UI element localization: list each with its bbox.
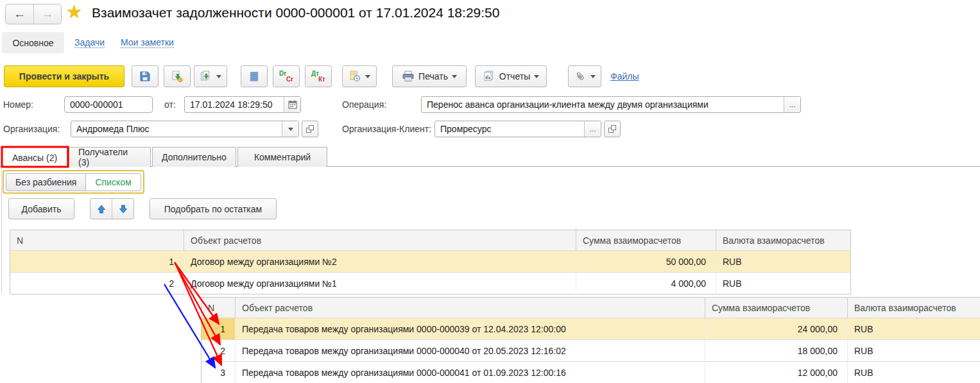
cell-object[interactable]: Договор между организациями №2 <box>184 251 576 272</box>
column-header: Сумма взаиморасчетов <box>576 230 716 250</box>
print-button[interactable]: Печать <box>392 65 467 87</box>
history-nav: ← → <box>5 4 62 24</box>
post-document-button[interactable] <box>164 65 191 87</box>
back-button[interactable]: ← <box>6 4 33 24</box>
post-and-close-button[interactable]: Провести и закрыть <box>4 65 125 87</box>
advances-table-header: N Объект расчетов Сумма взаиморасчетов В… <box>10 230 850 250</box>
cell-object[interactable]: Передача товаров между организациями 000… <box>236 318 705 339</box>
table-row[interactable]: 1 Договор между организациями №2 50 000,… <box>10 250 850 272</box>
column-header: N <box>202 298 236 318</box>
advances-table: N Объект расчетов Сумма взаиморасчетов В… <box>10 230 851 294</box>
cell-n[interactable]: 2 <box>202 340 236 361</box>
table-row[interactable]: 1 Передача товаров между организациями 0… <box>202 318 980 339</box>
post-document-icon <box>171 70 184 83</box>
client-input[interactable]: Промресурс ... <box>434 121 601 137</box>
operation-label: Операция: <box>342 99 386 110</box>
cell-currency[interactable]: RUB <box>716 273 850 294</box>
client-label: Организация-Клиент: <box>342 124 431 134</box>
cell-amount[interactable]: 50 000,00 <box>576 251 716 272</box>
toggle-no-split[interactable]: Без разбиения <box>6 173 86 191</box>
documents-table: N Объект расчетов Сумма взаиморасчетов В… <box>201 297 980 383</box>
nav-link-tasks[interactable]: Задачи <box>74 37 105 48</box>
organization-dropdown-button[interactable] <box>282 121 298 137</box>
documents-table-header: N Объект расчетов Сумма взаиморасчетов В… <box>202 298 980 318</box>
document-window: ← → ★ Взаимозачет задолженности 0000-000… <box>0 0 980 383</box>
tab-recipients[interactable]: Получатели (3) <box>69 147 151 167</box>
doc-tabstrip: Авансы (2) Получатели (3) Дополнительно … <box>0 146 980 167</box>
save-button[interactable] <box>132 65 159 87</box>
ellipsis-icon: ... <box>589 124 596 133</box>
operation-input[interactable]: Перенос аванса организации-клиента между… <box>421 96 801 113</box>
nav-tab-main[interactable]: Основное <box>2 32 64 53</box>
cell-currency[interactable]: RUB <box>848 318 980 339</box>
register-records-button[interactable] <box>241 65 268 87</box>
attachments-button[interactable] <box>568 65 601 87</box>
client-choose-button[interactable]: ... <box>584 121 601 137</box>
back-arrow-icon: ← <box>13 7 26 21</box>
table-row[interactable]: 2 Передача товаров между организациями 0… <box>202 339 980 361</box>
number-label: Номер: <box>3 99 33 110</box>
organization-value: Андромеда Плюс <box>71 121 282 137</box>
paperclip-icon <box>574 70 587 83</box>
cell-currency[interactable]: RUB <box>848 340 980 361</box>
post-menu-button[interactable] <box>194 65 227 87</box>
open-window-icon <box>608 124 617 133</box>
operation-value: Перенос аванса организации-клиента между… <box>422 97 784 112</box>
cell-n[interactable]: 3 <box>202 362 236 383</box>
cell-currency[interactable]: RUB <box>848 362 980 383</box>
reports-button[interactable]: Отчеты <box>475 65 547 87</box>
dtkt-icon: ДтКт <box>311 70 325 83</box>
arrow-up-icon <box>96 204 107 214</box>
copy-post-icon <box>200 70 212 83</box>
add-button[interactable]: Добавить <box>8 198 74 219</box>
client-open-button[interactable] <box>604 121 621 137</box>
report-icon <box>483 70 495 83</box>
schedule-menu-button[interactable] <box>342 65 377 87</box>
cell-amount[interactable]: 4 000,00 <box>576 273 716 294</box>
cell-amount[interactable]: 24 000,00 <box>705 318 848 339</box>
register-list-icon <box>248 71 260 82</box>
forward-button[interactable]: → <box>33 4 61 24</box>
forward-arrow-icon: → <box>42 7 54 21</box>
column-header: Объект расчетов <box>236 298 705 318</box>
cell-currency[interactable]: RUB <box>716 251 850 272</box>
favorite-star-icon[interactable]: ★ <box>66 1 82 22</box>
arrow-down-icon <box>118 204 128 214</box>
column-header: Сумма взаиморасчетов <box>705 298 848 318</box>
cell-object[interactable]: Договор между организациями №1 <box>184 273 576 294</box>
number-input[interactable]: 0000-000001 <box>64 96 153 113</box>
cell-object[interactable]: Передача товаров между организациями 000… <box>236 340 705 361</box>
chevron-down-icon <box>452 75 457 78</box>
nav-link-notes[interactable]: Мои заметки <box>121 37 174 48</box>
drcr-button[interactable]: DrCr <box>273 65 300 87</box>
files-link[interactable]: Файлы <box>610 71 639 81</box>
move-up-button[interactable] <box>90 199 112 219</box>
dtkt-button[interactable]: ДтКт <box>305 65 332 87</box>
pick-by-balance-button[interactable]: Подобрать по остаткам <box>150 198 277 219</box>
table-row[interactable]: 3 Передача товаров между организациями 0… <box>202 361 980 383</box>
toggle-as-list[interactable]: Списком <box>85 173 141 191</box>
date-input[interactable]: 17.01.2024 18:29:50 <box>184 96 301 113</box>
operation-choose-button[interactable]: ... <box>784 97 800 112</box>
chevron-down-icon <box>590 75 596 78</box>
table-row[interactable]: 2 Договор между организациями №1 4 000,0… <box>10 272 850 294</box>
cell-amount[interactable]: 18 000,00 <box>705 340 848 361</box>
cell-n[interactable]: 1 <box>202 318 236 339</box>
tab-additional[interactable]: Дополнительно <box>152 147 236 167</box>
move-row-group <box>90 198 134 219</box>
chevron-down-icon <box>288 128 293 131</box>
client-value: Промресурс <box>435 121 584 137</box>
chevron-down-icon <box>534 75 539 78</box>
view-toggle-group: Без разбиения Списком <box>3 170 144 194</box>
organization-open-button[interactable] <box>302 121 318 137</box>
tab-advances[interactable]: Авансы (2) <box>2 147 67 167</box>
tab-comment[interactable]: Комментарий <box>237 147 327 167</box>
move-down-button[interactable] <box>112 199 133 219</box>
cell-n[interactable]: 2 <box>10 273 184 294</box>
number-value: 0000-000001 <box>65 97 152 112</box>
calendar-picker-button[interactable] <box>284 97 300 112</box>
cell-amount[interactable]: 12 000,00 <box>705 362 848 383</box>
cell-n[interactable]: 1 <box>10 251 184 272</box>
cell-object[interactable]: Передача товаров между организациями 000… <box>236 362 705 383</box>
organization-input[interactable]: Андромеда Плюс <box>71 121 299 137</box>
